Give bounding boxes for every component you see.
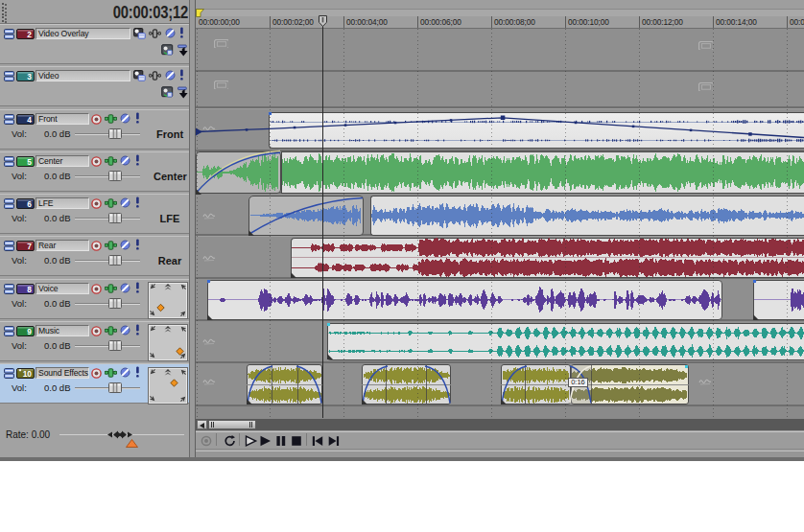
svg-text:5: 5 xyxy=(27,157,32,167)
svg-text:9: 9 xyxy=(27,327,32,336)
svg-text:3: 3 xyxy=(27,72,32,81)
svg-text:6: 6 xyxy=(27,199,32,209)
svg-text:10: 10 xyxy=(23,369,33,379)
svg-text:7: 7 xyxy=(27,242,32,251)
svg-text:8: 8 xyxy=(27,285,32,294)
svg-text:2: 2 xyxy=(27,30,32,39)
svg-text:4: 4 xyxy=(27,115,32,125)
